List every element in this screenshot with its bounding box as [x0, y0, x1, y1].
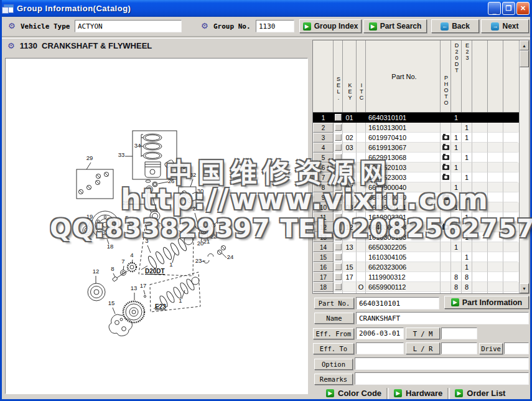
sel-cell[interactable]: [334, 222, 343, 232]
table-row[interactable]: 18O665990011288: [313, 282, 519, 292]
key-cell: [343, 153, 357, 163]
sel-cell[interactable]: [334, 123, 343, 133]
table-row[interactable]: 216103130011: [313, 123, 519, 133]
sel-cell[interactable]: [334, 153, 343, 163]
sel-cell[interactable]: [334, 292, 343, 293]
select-checkbox[interactable]: [335, 194, 342, 200]
sel-cell[interactable]: [334, 192, 343, 202]
sel-cell[interactable]: [334, 182, 343, 192]
sel-cell[interactable]: [334, 163, 343, 172]
photo-cell: [441, 172, 451, 182]
close-button[interactable]: ✕: [516, 2, 530, 15]
part-no-value-input[interactable]: [356, 297, 439, 309]
sel-cell[interactable]: [334, 172, 343, 182]
camera-icon: [442, 165, 449, 170]
table-row[interactable]: 141366503022051: [313, 242, 519, 252]
table-row[interactable]: 100866499001011: [313, 202, 519, 212]
lr-button[interactable]: L / R: [406, 342, 440, 354]
option-value-input[interactable]: [355, 357, 529, 370]
select-checkbox[interactable]: [335, 144, 342, 151]
back-button[interactable]: ← Back: [431, 19, 479, 33]
tm-value-input[interactable]: [441, 328, 477, 339]
select-checkbox[interactable]: [335, 184, 342, 191]
maximize-icon: ❐: [506, 5, 512, 12]
tm-button[interactable]: T / M: [406, 328, 440, 339]
table-row[interactable]: 716205230031: [313, 172, 519, 182]
select-checkbox[interactable]: [335, 253, 342, 260]
diagram-callout: 31: [197, 195, 204, 202]
scroll-up-button[interactable]: ▲: [520, 40, 529, 50]
group-index-button[interactable]: ▶ Group Index: [299, 19, 362, 33]
select-checkbox[interactable]: [335, 214, 342, 220]
sel-cell[interactable]: [334, 212, 343, 222]
sel-cell[interactable]: [334, 202, 343, 212]
scroll-down-button[interactable]: ▼: [520, 283, 529, 293]
sel-cell[interactable]: [334, 282, 343, 292]
drive-button[interactable]: Drive: [479, 343, 503, 354]
table-row[interactable]: 1516103041051: [313, 252, 519, 262]
name-value-input[interactable]: [356, 312, 529, 324]
itc-cell: [357, 113, 366, 123]
sel-cell[interactable]: [334, 272, 343, 282]
sel-cell[interactable]: [334, 133, 343, 143]
table-row[interactable]: 80766499000401: [313, 182, 519, 192]
select-checkbox[interactable]: [335, 154, 342, 161]
color-code-button[interactable]: ▶ Color Code: [321, 387, 386, 400]
select-checkbox[interactable]: [335, 124, 342, 131]
table-row[interactable]: 19: [313, 292, 519, 293]
eff-from-value-input[interactable]: [356, 328, 404, 339]
select-checkbox[interactable]: [335, 174, 342, 181]
select-checkbox[interactable]: [335, 204, 342, 210]
part-no-cell: 1610304105: [366, 252, 441, 262]
select-checkbox[interactable]: [335, 234, 342, 240]
select-checkbox[interactable]: [335, 164, 342, 171]
vertical-scrollbar[interactable]: ▲ ▼: [519, 40, 529, 293]
row-number: 4: [313, 143, 334, 153]
select-checkbox[interactable]: [335, 283, 342, 290]
part-information-button[interactable]: ▶ Part Information: [444, 296, 529, 309]
scrollbar-thumb[interactable]: [520, 50, 529, 67]
select-checkbox[interactable]: [335, 243, 342, 250]
minimize-button[interactable]: _: [488, 2, 501, 15]
table-row[interactable]: 10166403101011: [313, 113, 519, 123]
table-row[interactable]: 1717111990031288: [313, 272, 519, 282]
select-checkbox[interactable]: [335, 114, 342, 121]
next-button[interactable]: → Next: [481, 19, 529, 33]
sel-cell[interactable]: [334, 262, 343, 272]
select-checkbox[interactable]: [335, 263, 342, 270]
back-arrow-icon: ←: [441, 22, 449, 31]
table-row[interactable]: 1316103031031: [313, 232, 519, 242]
drive-value-input[interactable]: [504, 342, 529, 354]
group-no-input[interactable]: [256, 20, 294, 32]
group-no-label: Group No.: [213, 22, 251, 31]
remarks-value-input[interactable]: [355, 372, 529, 385]
hardware-button[interactable]: ▶ Hardware: [389, 387, 447, 400]
sel-cell[interactable]: [334, 242, 343, 252]
eff-to-value-input[interactable]: [356, 342, 404, 354]
table-row[interactable]: 121266403600031: [313, 222, 519, 232]
sel-cell[interactable]: [334, 143, 343, 153]
sel-cell[interactable]: [334, 252, 343, 262]
itc-cell: [357, 212, 366, 222]
order-list-button[interactable]: ▶ Order List: [450, 387, 510, 400]
table-row[interactable]: 1116199033011: [313, 212, 519, 222]
diagram-callout: 25: [123, 199, 129, 206]
table-row[interactable]: 60466405201031: [313, 163, 519, 172]
select-checkbox[interactable]: [335, 224, 342, 230]
sel-cell[interactable]: [334, 232, 343, 242]
vehicle-type-input[interactable]: [75, 20, 182, 32]
scrollbar-track[interactable]: [520, 67, 529, 283]
empty-cell: [503, 252, 518, 262]
lr-value-input[interactable]: [441, 342, 477, 354]
table-row[interactable]: 566299130681: [313, 153, 519, 163]
maximize-button[interactable]: ❐: [502, 2, 515, 15]
table-row[interactable]: 966499000401: [313, 192, 519, 202]
sel-cell[interactable]: [334, 113, 343, 123]
part-search-button[interactable]: ▶ Part Search: [363, 19, 427, 33]
table-row[interactable]: 40366199130671: [313, 143, 519, 153]
table-row[interactable]: 302601997041011: [313, 133, 519, 143]
select-checkbox[interactable]: [335, 134, 342, 141]
table-row[interactable]: 161566203230061: [313, 262, 519, 272]
select-checkbox[interactable]: [335, 273, 342, 280]
key-cell: 17: [343, 272, 357, 282]
